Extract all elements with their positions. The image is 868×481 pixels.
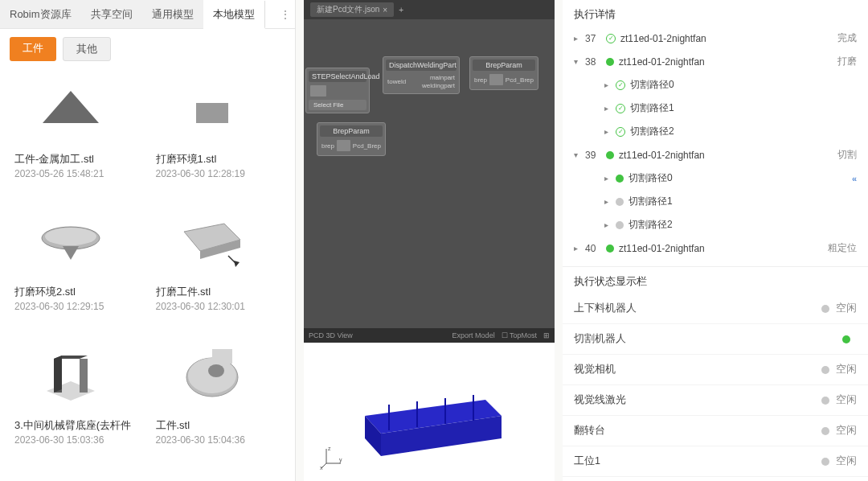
caret-icon: ▸ xyxy=(604,174,611,183)
model-thumbnail xyxy=(14,205,127,282)
svg-marker-4 xyxy=(63,246,79,260)
model-timestamp: 2023-06-30 12:28:19 xyxy=(156,168,281,179)
port-label: Pcd_Brep xyxy=(353,142,381,150)
exec-item-status: 完成 xyxy=(837,31,857,45)
exec-subitem-row[interactable]: ▸ 切割路径2 xyxy=(567,213,863,236)
svg-rect-11 xyxy=(80,359,88,393)
close-icon[interactable]: × xyxy=(383,6,387,14)
active-indicator-icon: « xyxy=(852,174,857,183)
node-graph-canvas[interactable]: STEPSelectAndLoad Select File DispatchWe… xyxy=(304,19,555,343)
caret-icon: ▸ xyxy=(604,220,611,229)
check-icon: ✓ xyxy=(616,127,625,137)
svg-text:z: z xyxy=(328,446,331,451)
caret-icon: ▸ xyxy=(604,127,611,136)
status-label: 工位1 xyxy=(574,454,821,468)
exec-item-row[interactable]: ▸ 40 zt11ed-01-2nightfan 粗定位 xyxy=(567,236,863,260)
exec-subitem-row[interactable]: ▸ 切割路径1 xyxy=(567,190,863,213)
3d-viewport[interactable]: z y x xyxy=(304,343,555,481)
exec-subitem-row[interactable]: ▸ ✓ 切割路径1 xyxy=(567,97,863,120)
tab-local-model[interactable]: 本地模型 xyxy=(203,1,265,29)
status-row: 视觉相机 空闲 xyxy=(563,355,868,385)
exec-subitem-name: 切割路径1 xyxy=(630,101,857,115)
topmost-toggle[interactable]: ☐ TopMost xyxy=(502,331,537,339)
exec-subitem-row[interactable]: ▸ 切割路径0 « xyxy=(567,166,863,190)
port-label: mainpart xyxy=(430,74,455,81)
model-card[interactable]: 打磨环境2.stl 2023-06-30 12:29:15 xyxy=(14,205,140,331)
status-bar-section: 执行状态显示栏 上下料机器人 空闲切割机器人 视觉相机 空闲视觉线激光 空闲翻转… xyxy=(563,266,868,477)
status-dot-icon xyxy=(821,366,829,374)
subtab-other[interactable]: 其他 xyxy=(63,37,111,61)
model-grid: 工件-金属加工.stl 2023-05-26 15:48:21 打磨环境1.st… xyxy=(0,69,295,481)
model-card[interactable]: 3.中间机械臂底座(去杆件 2023-06-30 15:03:36 xyxy=(14,339,140,465)
add-tab-icon[interactable]: + xyxy=(399,6,403,14)
status-value: 空闲 xyxy=(836,302,857,315)
model-card[interactable]: 打磨环境1.stl 2023-06-30 12:28:19 xyxy=(156,72,281,199)
model-name: 工件.stl xyxy=(156,418,276,433)
model-card[interactable]: 工件-金属加工.stl 2023-05-26 15:48:21 xyxy=(14,72,140,199)
exec-item-row[interactable]: ▸ 37 ✓ zt11ed-01-2nightfan 完成 xyxy=(567,27,863,50)
subtab-workpiece[interactable]: 工件 xyxy=(10,37,56,61)
left-panel: Robim资源库 共享空间 通用模型 本地模型 ⋮ 工件 其他 工件-金属加工.… xyxy=(0,0,296,481)
exec-item-index: 39 xyxy=(585,150,601,161)
node-step-select-load[interactable]: STEPSelectAndLoad Select File xyxy=(305,68,370,113)
tab-generic-model[interactable]: 通用模型 xyxy=(142,0,203,28)
exec-subitem-row[interactable]: ▸ ✓ 切割路径0 xyxy=(567,73,863,97)
model-timestamp: 2023-06-30 15:03:36 xyxy=(14,434,140,446)
exec-item-name: zt11ed-01-2nightfan xyxy=(619,243,823,254)
caret-icon: ▸ xyxy=(604,104,611,113)
node-brep-param[interactable]: BrepParam brep Pcd_Brep xyxy=(317,122,386,156)
exec-subitem-name: 切割路径1 xyxy=(628,195,857,208)
caret-icon: ▸ xyxy=(604,197,611,206)
model-source-tabs: Robim资源库 共享空间 通用模型 本地模型 ⋮ xyxy=(0,0,295,29)
model-name: 打磨工件.stl xyxy=(156,285,276,299)
exec-subitem-row[interactable]: ▸ ✓ 切割路径2 xyxy=(567,120,863,143)
model-card[interactable]: 工件.stl 2023-06-30 15:04:36 xyxy=(156,339,281,465)
tab-robim-library[interactable]: Robim资源库 xyxy=(0,0,81,28)
select-file-button[interactable]: Select File xyxy=(309,100,366,110)
node-dispatch-welding[interactable]: DispatchWeldingPart toweld mainpart weld… xyxy=(383,56,460,94)
exec-item-index: 37 xyxy=(585,33,601,44)
caret-icon: ▸ xyxy=(574,244,580,253)
model-timestamp: 2023-06-30 15:04:36 xyxy=(156,434,281,446)
check-icon: ✓ xyxy=(606,34,616,43)
exec-item-row[interactable]: ▾ 39 zt11ed-01-2nightfan 切割 xyxy=(567,143,863,166)
node-title: DispatchWeldingPart xyxy=(386,60,457,71)
status-dot-icon xyxy=(842,335,850,343)
tab-shared-space[interactable]: 共享空间 xyxy=(81,0,142,28)
export-model-button[interactable]: Export Model xyxy=(452,331,495,339)
status-dot-icon xyxy=(616,221,624,229)
status-dot-icon xyxy=(606,58,614,66)
exec-subitem-name: 切割路径2 xyxy=(630,125,857,138)
model-card[interactable]: 打磨工件.stl 2023-06-30 12:30:01 xyxy=(156,205,281,331)
model-name: 3.中间机械臂底座(去杆件 xyxy=(14,418,135,433)
execution-detail-title: 执行详情 xyxy=(563,0,868,27)
status-dot-icon xyxy=(821,458,829,466)
exec-item-row[interactable]: ▾ 38 zt11ed-01-2nightfan 打磨 xyxy=(567,50,863,73)
model-name: 打磨环境2.stl xyxy=(14,285,135,299)
model-thumbnail xyxy=(156,72,268,149)
status-label: 视觉相机 xyxy=(574,363,821,376)
status-label: 切割机器人 xyxy=(574,332,842,346)
node-brep-param[interactable]: BrepParam brep Pcd_Brep xyxy=(469,56,538,90)
exec-subitem-name: 切割路径0 xyxy=(628,171,847,185)
tabs-overflow-icon[interactable]: ⋮ xyxy=(276,0,295,28)
axis-gizmo-icon: z y x xyxy=(320,446,344,470)
status-value: 空闲 xyxy=(836,393,857,407)
svg-point-3 xyxy=(45,228,96,245)
model-thumbnail xyxy=(156,205,268,282)
model-thumbnail xyxy=(14,339,127,415)
model-thumbnail xyxy=(14,72,127,149)
execution-list: ▸ 37 ✓ zt11ed-01-2nightfan 完成▾ 38 zt11ed… xyxy=(563,27,868,266)
model-category-tabs: 工件 其他 xyxy=(0,29,295,69)
exec-item-status: 粗定位 xyxy=(828,241,857,255)
svg-rect-1 xyxy=(196,103,228,123)
status-dot-icon xyxy=(606,245,614,253)
right-panel: 执行详情 ▸ 37 ✓ zt11ed-01-2nightfan 完成▾ 38 z… xyxy=(563,0,868,481)
status-row: 工位1 空闲 xyxy=(563,446,868,477)
check-icon: ✓ xyxy=(616,104,625,113)
caret-icon: ▾ xyxy=(574,150,580,159)
viewport-controls-icon[interactable]: ⊞ xyxy=(543,331,550,339)
node-title: BrepParam xyxy=(473,60,535,71)
status-value: 空闲 xyxy=(836,454,857,468)
editor-tab[interactable]: 新建Pcd文件.json × xyxy=(310,2,394,17)
